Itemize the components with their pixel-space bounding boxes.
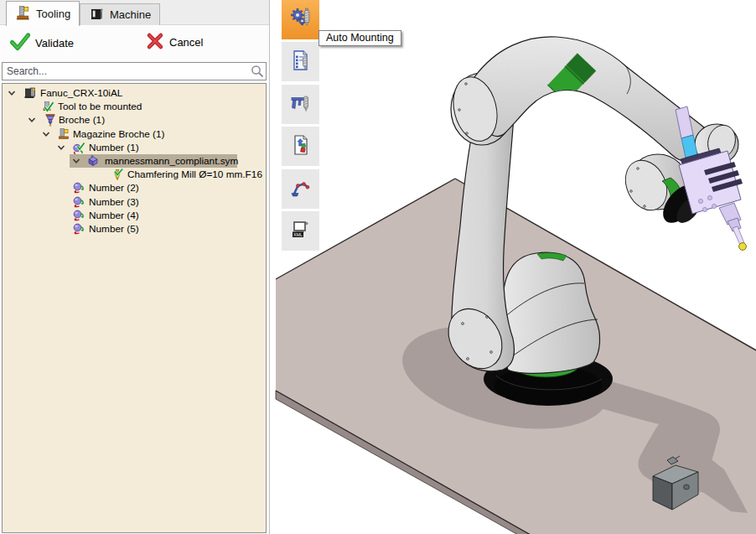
tree-row-label: Fanuc_CRX-10iAL	[40, 87, 122, 99]
tool-mounted-check-icon	[41, 100, 54, 113]
tree-row-label: mannessmann_compliant.sym	[105, 155, 238, 167]
auto-mounting-button[interactable]	[282, 0, 319, 39]
tree-row-label: Chamfering Mill Ø=10 mm.F16	[127, 168, 262, 180]
tree-row-number-3[interactable]: Number (3)	[3, 195, 266, 209]
tree-row-label: Magazine Broche (1)	[73, 128, 165, 140]
tree-row-tool-to-be-mounted[interactable]: Tool to be mounted	[3, 100, 266, 113]
tree-row-number-2[interactable]: Number (2)	[3, 181, 266, 194]
chevron-down-icon[interactable]	[28, 116, 36, 124]
validate-button[interactable]: Validate	[7, 30, 77, 56]
tree-row-machine-root[interactable]: Fanuc_CRX-10iAL	[3, 86, 266, 100]
tree-row-mannessmann-compliant[interactable]: mannessmann_compliant.sym	[3, 154, 266, 168]
validate-label: Validate	[35, 37, 74, 49]
action-bar: Validate Cancel	[0, 25, 269, 60]
tree-row-chamfering-mill[interactable]: Chamfering Mill Ø=10 mm.F16	[3, 168, 266, 181]
tab-tooling[interactable]: Tooling	[6, 1, 80, 26]
tool-magazine-icon	[57, 127, 70, 141]
tab-label: Tooling	[36, 8, 70, 20]
robot-machine-icon	[23, 86, 37, 100]
tree-row-number-5[interactable]: Number (5)	[3, 222, 266, 236]
tree-row-label: Tool to be mounted	[58, 101, 142, 112]
chamfering-mill-icon	[111, 168, 124, 181]
tool-list-icon	[289, 49, 313, 75]
tree-row-broche[interactable]: Broche (1)	[3, 113, 266, 127]
application-window: XML Auto Mounting Tooling	[0, 0, 756, 534]
tool-slot-icon	[72, 181, 85, 194]
machine-tab-icon	[89, 6, 105, 24]
chevron-down-icon[interactable]	[57, 143, 65, 152]
tool-list-button[interactable]	[282, 42, 319, 81]
tree-row-number-1[interactable]: Number (1)	[3, 141, 266, 154]
tooling-tree: Fanuc_CRX-10iAL Tool to be mounted	[2, 83, 267, 533]
cancel-label: Cancel	[169, 36, 203, 49]
tool-slot-icon	[72, 209, 85, 222]
search-icon[interactable]	[251, 65, 264, 78]
tree-row-number-4[interactable]: Number (4)	[3, 209, 266, 222]
file-transfer-icon	[289, 133, 313, 160]
tab-label: Machine	[110, 8, 151, 21]
tree-row-label: Number (5)	[89, 223, 139, 235]
viewport-toolbar: XML	[282, 0, 319, 260]
tab-bar: Tooling Machine	[0, 0, 269, 25]
viewport-3d[interactable]	[270, 0, 756, 534]
robot-arm-icon	[289, 176, 313, 203]
tree-row-label: Broche (1)	[59, 114, 105, 126]
tab-machine[interactable]: Machine	[80, 3, 160, 25]
cancel-button[interactable]: Cancel	[142, 30, 206, 54]
machine-xml-icon: XML	[289, 218, 313, 245]
auto-mounting-icon	[289, 7, 313, 34]
search-bar	[2, 62, 267, 80]
cancel-x-icon	[146, 32, 164, 53]
tree-row-label: Number (3)	[89, 196, 139, 208]
sym-component-icon	[86, 154, 100, 168]
robot-arm-button[interactable]	[282, 169, 319, 209]
import-export-button[interactable]	[282, 127, 319, 166]
probe-tip	[739, 243, 747, 251]
search-input[interactable]	[2, 62, 267, 80]
chevron-down-icon[interactable]	[42, 130, 50, 138]
validate-check-icon	[10, 32, 30, 54]
chevron-down-icon[interactable]	[8, 89, 16, 97]
tool-slot-icon	[72, 195, 85, 209]
tooling-tab-icon	[15, 5, 31, 23]
export-xml-button[interactable]: XML	[282, 211, 319, 251]
caliper-icon	[289, 91, 313, 118]
tooltip-auto-mounting: Auto Mounting	[318, 30, 401, 46]
tool-measure-button[interactable]	[282, 85, 319, 124]
tool-slot-icon	[72, 222, 85, 236]
tree-row-label: Number (2)	[89, 182, 139, 194]
left-panel: Tooling Machine	[0, 0, 270, 534]
chevron-down-icon[interactable]	[72, 157, 80, 165]
tool-slot-checked-icon	[72, 141, 85, 154]
svg-text:XML: XML	[293, 231, 302, 236]
tree-row-label: Number (1)	[89, 142, 139, 153]
spindle-icon	[44, 113, 57, 127]
tree-row-magazine-broche[interactable]: Magazine Broche (1)	[3, 127, 266, 141]
tree-row-label: Number (4)	[89, 210, 139, 221]
